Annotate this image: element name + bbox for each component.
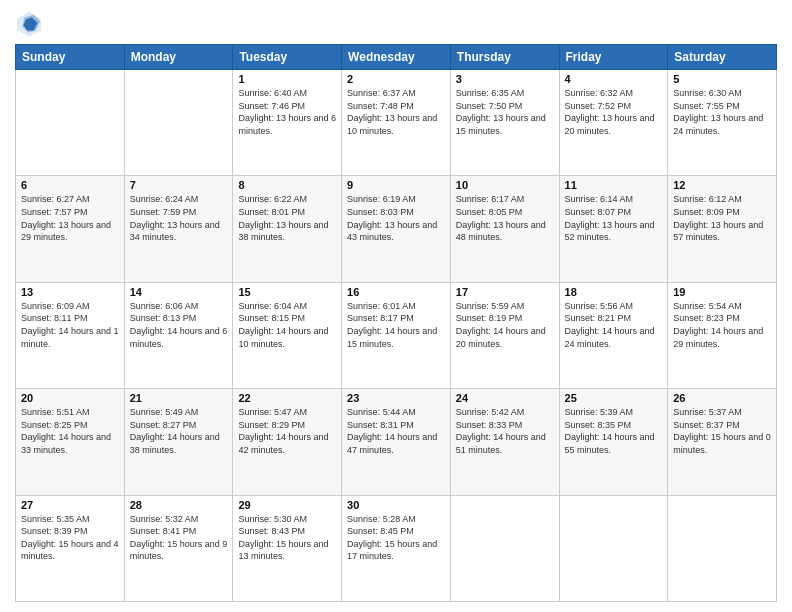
day-number: 13	[21, 286, 119, 298]
calendar-cell: 19Sunrise: 5:54 AM Sunset: 8:23 PM Dayli…	[668, 282, 777, 388]
day-number: 29	[238, 499, 336, 511]
calendar-cell: 28Sunrise: 5:32 AM Sunset: 8:41 PM Dayli…	[124, 495, 233, 601]
weekday-tuesday: Tuesday	[233, 45, 342, 70]
logo	[15, 10, 47, 38]
calendar-cell	[16, 70, 125, 176]
day-info: Sunrise: 6:37 AM Sunset: 7:48 PM Dayligh…	[347, 87, 445, 137]
day-info: Sunrise: 6:19 AM Sunset: 8:03 PM Dayligh…	[347, 193, 445, 243]
calendar-cell: 25Sunrise: 5:39 AM Sunset: 8:35 PM Dayli…	[559, 389, 668, 495]
day-info: Sunrise: 5:51 AM Sunset: 8:25 PM Dayligh…	[21, 406, 119, 456]
day-number: 14	[130, 286, 228, 298]
day-info: Sunrise: 6:17 AM Sunset: 8:05 PM Dayligh…	[456, 193, 554, 243]
calendar-cell: 27Sunrise: 5:35 AM Sunset: 8:39 PM Dayli…	[16, 495, 125, 601]
day-number: 18	[565, 286, 663, 298]
calendar-cell	[450, 495, 559, 601]
calendar-cell: 17Sunrise: 5:59 AM Sunset: 8:19 PM Dayli…	[450, 282, 559, 388]
day-info: Sunrise: 5:32 AM Sunset: 8:41 PM Dayligh…	[130, 513, 228, 563]
day-info: Sunrise: 5:30 AM Sunset: 8:43 PM Dayligh…	[238, 513, 336, 563]
weekday-thursday: Thursday	[450, 45, 559, 70]
day-number: 23	[347, 392, 445, 404]
day-info: Sunrise: 5:42 AM Sunset: 8:33 PM Dayligh…	[456, 406, 554, 456]
header	[15, 10, 777, 38]
day-info: Sunrise: 6:32 AM Sunset: 7:52 PM Dayligh…	[565, 87, 663, 137]
calendar-cell	[668, 495, 777, 601]
day-number: 28	[130, 499, 228, 511]
day-number: 20	[21, 392, 119, 404]
day-number: 7	[130, 179, 228, 191]
day-info: Sunrise: 6:35 AM Sunset: 7:50 PM Dayligh…	[456, 87, 554, 137]
day-number: 21	[130, 392, 228, 404]
calendar-cell: 16Sunrise: 6:01 AM Sunset: 8:17 PM Dayli…	[342, 282, 451, 388]
day-number: 5	[673, 73, 771, 85]
calendar-cell: 7Sunrise: 6:24 AM Sunset: 7:59 PM Daylig…	[124, 176, 233, 282]
weekday-sunday: Sunday	[16, 45, 125, 70]
day-info: Sunrise: 5:47 AM Sunset: 8:29 PM Dayligh…	[238, 406, 336, 456]
day-info: Sunrise: 6:01 AM Sunset: 8:17 PM Dayligh…	[347, 300, 445, 350]
weekday-monday: Monday	[124, 45, 233, 70]
weekday-header-row: SundayMondayTuesdayWednesdayThursdayFrid…	[16, 45, 777, 70]
calendar-cell: 30Sunrise: 5:28 AM Sunset: 8:45 PM Dayli…	[342, 495, 451, 601]
page: SundayMondayTuesdayWednesdayThursdayFrid…	[0, 0, 792, 612]
day-info: Sunrise: 6:06 AM Sunset: 8:13 PM Dayligh…	[130, 300, 228, 350]
day-number: 30	[347, 499, 445, 511]
calendar-cell: 18Sunrise: 5:56 AM Sunset: 8:21 PM Dayli…	[559, 282, 668, 388]
calendar-cell: 8Sunrise: 6:22 AM Sunset: 8:01 PM Daylig…	[233, 176, 342, 282]
day-number: 11	[565, 179, 663, 191]
calendar-cell: 10Sunrise: 6:17 AM Sunset: 8:05 PM Dayli…	[450, 176, 559, 282]
day-number: 9	[347, 179, 445, 191]
day-number: 8	[238, 179, 336, 191]
day-number: 10	[456, 179, 554, 191]
day-info: Sunrise: 6:24 AM Sunset: 7:59 PM Dayligh…	[130, 193, 228, 243]
day-info: Sunrise: 6:22 AM Sunset: 8:01 PM Dayligh…	[238, 193, 336, 243]
calendar-table: SundayMondayTuesdayWednesdayThursdayFrid…	[15, 44, 777, 602]
calendar-cell: 13Sunrise: 6:09 AM Sunset: 8:11 PM Dayli…	[16, 282, 125, 388]
day-number: 17	[456, 286, 554, 298]
day-info: Sunrise: 5:37 AM Sunset: 8:37 PM Dayligh…	[673, 406, 771, 456]
calendar-cell: 22Sunrise: 5:47 AM Sunset: 8:29 PM Dayli…	[233, 389, 342, 495]
day-number: 12	[673, 179, 771, 191]
calendar-cell: 11Sunrise: 6:14 AM Sunset: 8:07 PM Dayli…	[559, 176, 668, 282]
calendar-cell	[124, 70, 233, 176]
day-number: 27	[21, 499, 119, 511]
calendar-cell: 26Sunrise: 5:37 AM Sunset: 8:37 PM Dayli…	[668, 389, 777, 495]
calendar-cell: 29Sunrise: 5:30 AM Sunset: 8:43 PM Dayli…	[233, 495, 342, 601]
calendar-cell: 23Sunrise: 5:44 AM Sunset: 8:31 PM Dayli…	[342, 389, 451, 495]
calendar-cell: 24Sunrise: 5:42 AM Sunset: 8:33 PM Dayli…	[450, 389, 559, 495]
weekday-friday: Friday	[559, 45, 668, 70]
day-info: Sunrise: 6:40 AM Sunset: 7:46 PM Dayligh…	[238, 87, 336, 137]
calendar-cell: 1Sunrise: 6:40 AM Sunset: 7:46 PM Daylig…	[233, 70, 342, 176]
day-number: 4	[565, 73, 663, 85]
day-info: Sunrise: 5:35 AM Sunset: 8:39 PM Dayligh…	[21, 513, 119, 563]
day-info: Sunrise: 5:39 AM Sunset: 8:35 PM Dayligh…	[565, 406, 663, 456]
calendar-week-row: 27Sunrise: 5:35 AM Sunset: 8:39 PM Dayli…	[16, 495, 777, 601]
calendar-cell: 6Sunrise: 6:27 AM Sunset: 7:57 PM Daylig…	[16, 176, 125, 282]
calendar-week-row: 1Sunrise: 6:40 AM Sunset: 7:46 PM Daylig…	[16, 70, 777, 176]
weekday-wednesday: Wednesday	[342, 45, 451, 70]
day-info: Sunrise: 6:04 AM Sunset: 8:15 PM Dayligh…	[238, 300, 336, 350]
day-info: Sunrise: 6:09 AM Sunset: 8:11 PM Dayligh…	[21, 300, 119, 350]
calendar-cell: 21Sunrise: 5:49 AM Sunset: 8:27 PM Dayli…	[124, 389, 233, 495]
day-number: 26	[673, 392, 771, 404]
calendar-cell: 4Sunrise: 6:32 AM Sunset: 7:52 PM Daylig…	[559, 70, 668, 176]
day-number: 24	[456, 392, 554, 404]
calendar-cell: 14Sunrise: 6:06 AM Sunset: 8:13 PM Dayli…	[124, 282, 233, 388]
day-info: Sunrise: 5:59 AM Sunset: 8:19 PM Dayligh…	[456, 300, 554, 350]
day-info: Sunrise: 6:12 AM Sunset: 8:09 PM Dayligh…	[673, 193, 771, 243]
day-info: Sunrise: 5:56 AM Sunset: 8:21 PM Dayligh…	[565, 300, 663, 350]
day-info: Sunrise: 5:28 AM Sunset: 8:45 PM Dayligh…	[347, 513, 445, 563]
day-number: 2	[347, 73, 445, 85]
day-number: 19	[673, 286, 771, 298]
weekday-saturday: Saturday	[668, 45, 777, 70]
calendar-cell: 5Sunrise: 6:30 AM Sunset: 7:55 PM Daylig…	[668, 70, 777, 176]
day-number: 6	[21, 179, 119, 191]
calendar-cell: 3Sunrise: 6:35 AM Sunset: 7:50 PM Daylig…	[450, 70, 559, 176]
day-info: Sunrise: 6:14 AM Sunset: 8:07 PM Dayligh…	[565, 193, 663, 243]
day-number: 22	[238, 392, 336, 404]
calendar-week-row: 6Sunrise: 6:27 AM Sunset: 7:57 PM Daylig…	[16, 176, 777, 282]
day-number: 3	[456, 73, 554, 85]
calendar-cell: 9Sunrise: 6:19 AM Sunset: 8:03 PM Daylig…	[342, 176, 451, 282]
calendar-week-row: 13Sunrise: 6:09 AM Sunset: 8:11 PM Dayli…	[16, 282, 777, 388]
day-number: 1	[238, 73, 336, 85]
day-number: 15	[238, 286, 336, 298]
day-info: Sunrise: 6:27 AM Sunset: 7:57 PM Dayligh…	[21, 193, 119, 243]
